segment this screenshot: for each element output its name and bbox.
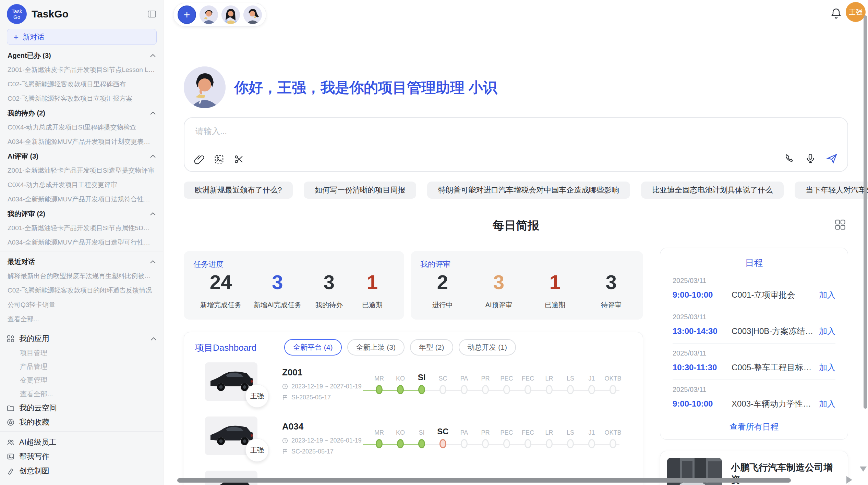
new-conversation-button[interactable]: + 新对话 [7,29,157,45]
section-my-review[interactable]: 我的评审 (2) [0,210,163,217]
conversation-item[interactable]: C02-飞腾新能源轻客改款项目立项汇报方案 [0,95,163,102]
milestone-dot [503,385,510,394]
view-all-chats-link[interactable]: 查看全部... [0,315,163,323]
suggestion-chip[interactable]: 比亚迪全固态电池计划具体说了什么 [641,182,784,199]
chevron-up-icon[interactable] [151,337,156,340]
schedule-date: 2025/03/11 [673,386,835,394]
help-write-label: 帮我写作 [19,451,49,462]
milestone-timeline: MR KO SI SC PA PR PEC FEC LR LS J1 OKTB [369,423,624,448]
suggestion-chip[interactable]: 如何写一份清晰的项目周报 [304,182,416,199]
app-link-change-mgmt[interactable]: 变更管理 [0,376,163,384]
project-row[interactable]: 王强 Z001 2023-12-19 ~ 2027-01-19 SI-2025-… [194,362,632,416]
member-avatar[interactable] [221,5,240,24]
add-member-button[interactable]: + [178,5,196,24]
filter-new-body[interactable]: 全新上装 (3) [347,339,405,356]
app-link-product-mgmt[interactable]: 产品管理 [0,363,163,370]
milestone-dot [588,439,595,448]
user-avatar[interactable]: 王强 [846,2,866,22]
scroll-down-arrow-icon[interactable] [860,467,867,472]
milestone-label: PA [454,369,475,382]
conversation-item[interactable]: A034-全新新能源MUV产品开发项目造型可行性评审 [0,239,163,246]
schedule-time: 9:00-10:00 [673,399,732,409]
vertical-scrollbar-thumb[interactable] [864,15,867,409]
cloud-space-label: 我的云空间 [19,403,57,413]
recent-chat-item[interactable]: 公司Q3轻卡销量 [0,301,163,309]
schedule-event-name: C005-整车工程目标评审 [732,362,814,373]
filter-new-platform[interactable]: 全新平台 (4) [284,339,342,356]
divider [0,328,163,328]
stat-value: 1 [540,272,570,292]
section-ai-review[interactable]: AI评审 (3) [0,152,163,160]
attach-image-button[interactable] [214,154,224,164]
section-agent-done[interactable]: Agent已办 (3) [0,52,163,59]
clock-icon [282,438,288,444]
chevron-up-icon[interactable] [150,112,156,115]
horizontal-scrollbar-thumb[interactable] [177,478,791,483]
sidebar-item-my-apps[interactable]: 我的应用 [0,335,163,343]
sidebar-collapse-icon[interactable] [147,10,156,18]
conversation-item[interactable]: A034-全新新能源MUV产品开发项目法规符合性评审 [0,196,163,203]
section-recent-chats[interactable]: 最近对话 [0,258,163,265]
sidebar-item-creative-drawing[interactable]: 创意制图 [0,467,163,475]
send-button[interactable] [826,153,838,164]
new-conversation-label: 新对话 [23,32,44,42]
filter-powertrain[interactable]: 动总开发 (1) [459,339,516,356]
chevron-up-icon[interactable] [150,260,156,263]
layout-grid-icon[interactable] [835,219,846,230]
conversation-item[interactable]: A034-全新新能源MUV产品开发项目计划变更表编写 [0,138,163,146]
stat-value: 3 [483,272,514,292]
view-all-apps-link[interactable]: 查看全部... [0,390,163,398]
message-input[interactable] [195,126,709,136]
conversation-item[interactable]: C02-飞腾新能源轻客改款项目里程碑画布 [0,80,163,88]
milestone-label: OKTB [602,423,624,436]
suggestion-chip[interactable]: 欧洲新规最近颁布了什么? [184,182,293,199]
member-avatar[interactable] [200,5,218,24]
sidebar-item-ai-employee[interactable]: AI超级员工 [0,438,163,446]
favorites-label: 我的收藏 [19,417,49,427]
app-root: Task Go TaskGo + 新对话 Agent已办 (3) Z001-全新… [0,0,868,485]
app-link-project-mgmt[interactable]: 项目管理 [0,349,163,357]
milestone-dot [439,385,446,394]
recent-chat-item[interactable]: 解释最新出台的欧盟报废车法规再生塑料比例被调至15%... [0,272,163,280]
join-meeting-link[interactable]: 加入 [819,326,835,337]
section-my-todo[interactable]: 我的待办 (2) [0,109,163,117]
join-meeting-link[interactable]: 加入 [819,398,835,409]
attach-file-button[interactable] [194,154,204,164]
project-row[interactable]: 王强 A034 2023-12-19 ~ 2026-01-19 SC-2025-… [194,416,632,471]
stat-new-completed: 24 新增完成任务 [200,272,241,310]
voice-call-button[interactable] [784,153,795,164]
join-meeting-link[interactable]: 加入 [819,289,835,300]
suggestion-chip[interactable]: 特朗普可能对进口汽车增税会对中国车企造成哪些影响 [427,182,630,199]
chevron-up-icon[interactable] [150,155,156,158]
milestone-dot [418,439,425,448]
sidebar-item-cloud-space[interactable]: 我的云空间 [0,404,163,412]
stat-label: 已逾期 [540,300,570,310]
conversation-item[interactable]: Z001-全新燃油皮卡产品开发项目SI节点Lesson Learn报告 [0,66,163,74]
suggestion-chip[interactable]: 当下年轻人对汽车外观有怎样的喜好趋势 [795,182,868,199]
milestone-dot [376,385,383,394]
my-review-card: 我的评审 2 进行中 3 AI预评审 1 已逾期 3 待评审 [411,251,643,320]
milestone-label: MR [369,423,390,436]
plus-icon: + [184,9,190,20]
conversation-item[interactable]: C0X4-动力总成开发项目工程变更评审 [0,181,163,189]
screenshot-button[interactable] [234,154,244,164]
chevron-up-icon[interactable] [150,54,156,57]
join-meeting-link[interactable]: 加入 [819,362,835,373]
schedule-event-name: X003-车辆动力学性能验... [732,398,814,409]
sidebar-item-help-write[interactable]: 帮我写作 [0,452,163,461]
owner-name: 王强 [250,391,264,401]
chevron-up-icon[interactable] [150,212,156,215]
scroll-right-arrow-icon[interactable] [846,476,852,484]
recent-chat-item[interactable]: C02-飞腾新能源轻客改款项目的闭环通告反馈情况 [0,287,163,294]
microphone-button[interactable] [805,153,816,164]
view-all-schedule-link[interactable]: 查看所有日程 [673,421,835,432]
conversation-item[interactable]: Z001-全新燃油轻卡产品开发项目SI造型提交物评审 [0,167,163,174]
conversation-item[interactable]: Z001-全新燃油轻卡产品开发项目SI节点属性5D文件评审 [0,224,163,232]
member-avatar[interactable] [243,5,262,24]
conversation-item[interactable]: C0X4-动力总成开发项目SI里程碑提交物检查 [0,124,163,131]
filter-model-year[interactable]: 年型 (2) [410,339,453,356]
milestone-dot [546,385,553,394]
stat-label: 新增完成任务 [200,300,241,310]
sidebar-item-favorites[interactable]: 我的收藏 [0,418,163,426]
notification-bell-icon[interactable] [830,7,842,19]
